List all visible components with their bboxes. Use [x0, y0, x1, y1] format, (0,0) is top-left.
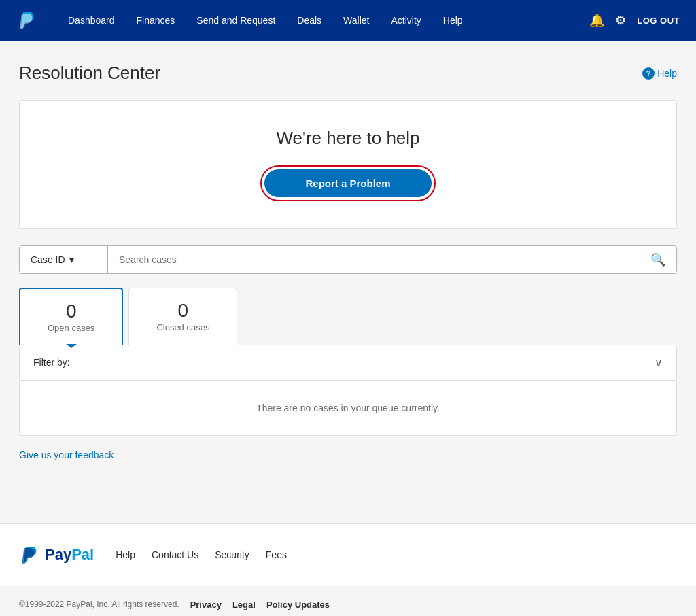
footer-copyright: ©1999-2022 PayPal, Inc. All rights reser…: [19, 600, 179, 609]
logout-button[interactable]: LOG OUT: [637, 16, 680, 26]
dropdown-chevron-icon: ▾: [69, 254, 74, 265]
nav-link-finances[interactable]: Finances: [126, 0, 186, 41]
footer-brand: PayPal Help Contact Us Security Fees: [0, 523, 696, 586]
footer-brand-inner: PayPal Help Contact Us Security Fees: [8, 544, 688, 566]
footer-pay-text: Pay: [45, 546, 71, 563]
empty-queue-message: There are no cases in your queue current…: [20, 381, 676, 435]
case-tabs: 0 Open cases 0 Closed cases: [19, 288, 677, 345]
settings-gear-icon[interactable]: ⚙: [615, 13, 626, 28]
open-cases-count: 0: [48, 300, 94, 323]
footer-paypal-icon: [19, 544, 41, 566]
footer-logo: PayPal: [19, 544, 94, 566]
footer-links: Help Contact Us Security Fees: [116, 549, 287, 560]
filter-chevron-icon: ∨: [655, 356, 663, 369]
tab-open-cases[interactable]: 0 Open cases: [19, 288, 123, 345]
footer-legal-inner: ©1999-2022 PayPal, Inc. All rights reser…: [8, 600, 688, 610]
case-id-label: Case ID: [31, 254, 65, 265]
footer-policy-link[interactable]: Policy Updates: [266, 600, 330, 610]
report-problem-button[interactable]: Report a Problem: [264, 169, 431, 197]
search-cases-input[interactable]: [108, 246, 640, 273]
nav-link-dashboard[interactable]: Dashboard: [57, 0, 126, 41]
nav-right: 🔔 ⚙ LOG OUT: [589, 13, 680, 28]
navbar-logo[interactable]: [16, 10, 38, 31]
nav-link-deals[interactable]: Deals: [286, 0, 332, 41]
footer-privacy-link[interactable]: Privacy: [190, 600, 222, 610]
closed-cases-count: 0: [156, 299, 209, 322]
nav-link-help[interactable]: Help: [432, 0, 474, 41]
footer-logo-text: PayPal: [45, 546, 94, 564]
footer-contact-link[interactable]: Contact Us: [152, 549, 198, 560]
hero-heading: We're here to help: [33, 128, 663, 149]
footer-legal: ©1999-2022 PayPal, Inc. All rights reser…: [0, 586, 696, 616]
help-link-label: Help: [657, 68, 677, 79]
filter-panel: Filter by: ∨ There are no cases in your …: [19, 345, 677, 436]
footer-help-link[interactable]: Help: [116, 549, 135, 560]
page-title: Resolution Center: [19, 63, 160, 84]
tab-closed-cases[interactable]: 0 Closed cases: [128, 288, 237, 345]
help-link[interactable]: ? Help: [642, 67, 677, 80]
nav-link-wallet[interactable]: Wallet: [332, 0, 380, 41]
filter-by-label: Filter by:: [33, 357, 70, 368]
navbar: Dashboard Finances Send and Request Deal…: [0, 0, 696, 41]
search-bar: Case ID ▾ 🔍: [19, 245, 677, 274]
closed-cases-label: Closed cases: [156, 322, 209, 332]
nav-link-activity[interactable]: Activity: [380, 0, 432, 41]
feedback-link[interactable]: Give us your feedback: [19, 449, 114, 460]
footer-security-link[interactable]: Security: [215, 549, 249, 560]
main-content: Resolution Center ? Help We're here to h…: [8, 41, 688, 482]
case-id-dropdown[interactable]: Case ID ▾: [20, 246, 108, 273]
nav-link-send-request[interactable]: Send and Request: [186, 0, 286, 41]
hero-card: We're here to help Report a Problem: [19, 100, 677, 229]
footer-fees-link[interactable]: Fees: [266, 549, 287, 560]
notification-bell-icon[interactable]: 🔔: [589, 13, 604, 28]
open-cases-label: Open cases: [48, 323, 94, 333]
footer-pal-text: Pal: [71, 546, 94, 563]
filter-header[interactable]: Filter by: ∨: [20, 345, 676, 381]
search-icon: 🔍: [650, 252, 665, 267]
nav-links: Dashboard Finances Send and Request Deal…: [57, 0, 589, 41]
help-circle-icon: ?: [642, 67, 655, 80]
search-submit-button[interactable]: 🔍: [640, 246, 676, 273]
report-btn-wrapper: Report a Problem: [260, 165, 435, 201]
footer-legal-link[interactable]: Legal: [232, 600, 256, 610]
page-header: Resolution Center ? Help: [19, 63, 677, 84]
